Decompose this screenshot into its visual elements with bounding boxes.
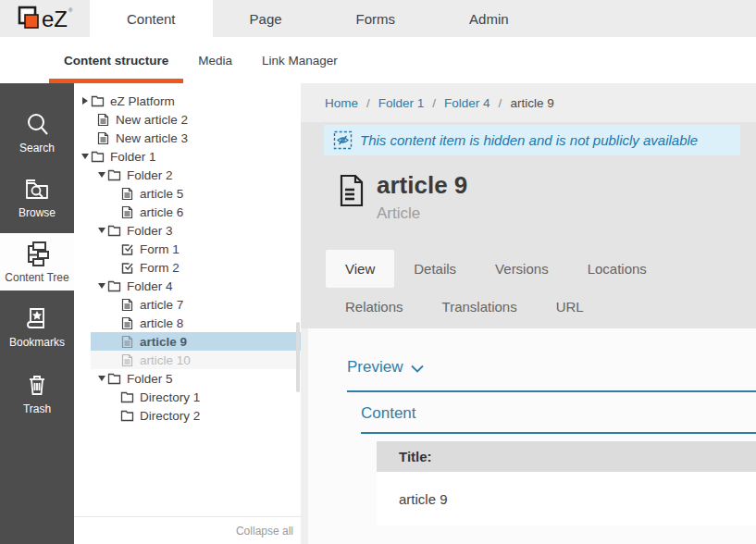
tab-url[interactable]: URL [537,288,603,326]
article-icon [339,174,365,223]
left-sidebar: Search Browse Content Tree [0,83,74,544]
tree-item[interactable]: Folder 3 [74,221,301,240]
sidebar-item-label: Search [19,142,55,155]
browse-icon [23,176,51,202]
section-divider [361,432,756,434]
subtab-link-manager[interactable]: Link Manager [247,37,353,83]
breadcrumb-link-folder4[interactable]: Folder 4 [444,96,490,110]
bookmarks-icon [24,305,50,331]
article-icon [96,131,110,145]
alert-text: This content item is hidden and is not p… [360,132,698,148]
breadcrumb-separator: / [499,96,502,110]
tree-item[interactable]: Form 2 [74,258,301,277]
tree-scrollbar[interactable] [296,322,300,392]
folder-icon [107,372,121,386]
tree-item[interactable]: Folder 2 [74,166,301,184]
tab-relations[interactable]: Relations [326,288,423,326]
folder-icon [120,409,134,423]
breadcrumb-separator: / [366,96,370,110]
field-value: article 9 [377,472,756,525]
form-icon [120,261,134,275]
article-icon [120,353,134,367]
content-title-block: article 9 Article [339,171,467,223]
main-content: Home / Folder 1 / Folder 4 / article 9 T… [301,83,756,544]
breadcrumb-link-home[interactable]: Home [325,96,358,110]
sidebar-item-browse[interactable]: Browse [0,168,74,226]
sidebar-item-bookmarks[interactable]: Bookmarks [0,298,74,355]
content-section-heading: Content [361,404,416,423]
article-icon [120,335,134,349]
sidebar-item-label: Browse [19,206,56,219]
tab-translations[interactable]: Translations [423,288,537,326]
tree-item[interactable]: article 8 [74,314,301,332]
content-tree-icon [23,241,51,266]
tab-content[interactable]: Content [90,0,213,37]
content-fields-table: Title: article 9 [377,441,756,525]
hidden-eye-icon [333,130,353,150]
caret-expanded-icon[interactable] [96,376,107,381]
tree-item[interactable]: Directory 1 [74,388,301,406]
breadcrumb: Home / Folder 1 / Folder 4 / article 9 [301,83,756,122]
collapse-all-button[interactable]: Collapse all [236,525,293,538]
tree-item[interactable]: Folder 5 [74,369,301,388]
tree-item[interactable]: Directory 2 [74,406,301,425]
tab-admin[interactable]: Admin [432,0,546,37]
hidden-content-alert: This content item is hidden and is not p… [324,125,740,155]
folder-icon [107,224,121,238]
view-tab-body: Preview Content Title: article 9 [301,328,756,544]
caret-expanded-icon[interactable] [80,154,91,159]
sidebar-item-trash[interactable]: Trash [0,365,74,422]
tree-item[interactable]: eZ Platform [74,92,301,110]
caret-collapsed-icon[interactable] [80,97,91,105]
trash-icon [24,372,50,398]
tab-versions[interactable]: Versions [476,250,568,288]
svg-text:eZ: eZ [42,6,68,31]
tab-page[interactable]: Page [213,0,319,37]
page-title: article 9 [377,171,467,199]
form-icon [120,242,134,256]
preview-section-toggle[interactable]: Preview [347,358,424,377]
tab-forms[interactable]: Forms [319,0,433,37]
subtab-content-structure[interactable]: Content structure [49,37,183,83]
tab-view[interactable]: View [326,250,394,288]
search-icon [24,111,50,137]
tree-item[interactable]: article 5 [74,184,301,203]
sidebar-item-label: Bookmarks [9,336,65,349]
tree-item[interactable]: New article 3 [74,129,301,147]
folder-icon [120,390,134,404]
tree-item-hidden[interactable]: article 10 [74,351,301,369]
sub-navigation: Content structure Media Link Manager [0,37,756,83]
caret-expanded-icon[interactable] [96,283,107,289]
content-tree: eZ Platform New article 2 New article 3 … [74,92,301,425]
sidebar-item-content-tree[interactable]: Content Tree [0,233,74,291]
sidebar-item-search[interactable]: Search [0,104,74,161]
tab-details[interactable]: Details [394,250,476,288]
field-label: Title: [377,441,756,472]
tree-item[interactable]: article 7 [74,295,301,314]
subtab-media[interactable]: Media [183,37,247,83]
breadcrumb-link-folder1[interactable]: Folder 1 [378,96,425,110]
tree-item[interactable]: Folder 4 [74,277,301,295]
tree-item-selected[interactable]: article 9 [74,332,301,351]
tab-locations[interactable]: Locations [568,250,666,288]
article-icon [120,298,134,312]
top-bar: eZ ® Content Page Forms Admin [0,0,756,37]
folder-icon [91,94,105,108]
tree-item[interactable]: New article 2 [74,110,301,129]
top-navigation: Content Page Forms Admin [90,0,546,37]
folder-icon [107,279,121,293]
ez-logo[interactable]: eZ ® [0,0,90,37]
sidebar-item-label: Trash [23,402,51,415]
caret-expanded-icon[interactable] [96,228,107,233]
tree-item[interactable]: Form 1 [74,240,301,258]
tree-item[interactable]: Folder 1 [74,147,301,166]
article-icon [120,205,134,219]
tree-footer: Collapse all [74,516,301,544]
content-tabs: View Details Versions Locations Relation… [326,250,756,326]
tree-item[interactable]: article 6 [74,203,301,221]
folder-icon [91,150,105,164]
folder-icon [107,168,121,182]
breadcrumb-separator: / [432,96,436,110]
breadcrumb-current: article 9 [510,96,553,110]
caret-expanded-icon[interactable] [96,172,107,178]
